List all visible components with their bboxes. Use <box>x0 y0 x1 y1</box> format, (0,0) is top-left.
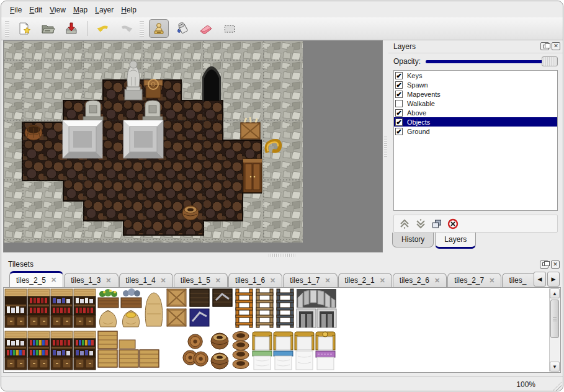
layer-label: Ground <box>407 128 430 135</box>
stamp-tool-button[interactable] <box>149 19 169 38</box>
layer-row-above[interactable]: ✔Above <box>394 108 557 117</box>
opacity-row: Opacity: <box>388 53 563 69</box>
resize-grip[interactable] <box>550 380 562 391</box>
duplicate-layer-button[interactable] <box>429 216 445 231</box>
menu-bar: File Edit View Map Layer Help <box>1 1 563 17</box>
menu-edit[interactable]: Edit <box>25 4 46 16</box>
arrow-left-icon: ◀ <box>538 276 542 282</box>
tileset-canvas[interactable] <box>4 288 339 371</box>
eraser-tool-button[interactable] <box>196 19 216 38</box>
map-canvas[interactable] <box>4 41 303 243</box>
save-button[interactable] <box>61 19 81 38</box>
scroll-up-button[interactable]: ▲ <box>550 288 560 298</box>
tab-close-icon[interactable]: ✕ <box>105 277 111 285</box>
fill-tool-button[interactable] <box>172 19 192 38</box>
layer-list: ✔Keys ✔Spawn ✔Mapevents Walkable ✔Above … <box>393 70 558 211</box>
app-window: File Edit View Map Layer Help <box>1 1 563 391</box>
opacity-slider-track[interactable] <box>426 60 557 63</box>
layer-checkbox[interactable]: ✔ <box>395 91 403 98</box>
tileset-scrollbar[interactable]: ▲ ▼ <box>549 288 560 372</box>
layer-row-keys[interactable]: ✔Keys <box>394 71 557 80</box>
layer-row-spawn[interactable]: ✔Spawn <box>394 80 557 89</box>
delete-layer-button[interactable] <box>445 216 461 231</box>
tileset-tab-tiles_2_5[interactable]: tiles_2_5✕ <box>9 271 63 287</box>
layer-row-mapevents[interactable]: ✔Mapevents <box>394 89 557 99</box>
opacity-slider[interactable] <box>426 56 558 66</box>
lower-layer-button[interactable] <box>413 216 429 231</box>
menu-map[interactable]: Map <box>69 4 91 16</box>
layer-checkbox[interactable]: ✔ <box>395 118 403 126</box>
save-icon <box>64 21 79 36</box>
tab-scroll-left-button[interactable]: ◀ <box>534 272 546 287</box>
rect-select-tool-button[interactable] <box>220 19 239 38</box>
status-bar: 100% <box>1 376 563 391</box>
tab-close-icon[interactable]: ✕ <box>51 276 56 284</box>
delete-layer-icon <box>447 218 459 229</box>
tab-close-icon[interactable]: ✕ <box>489 277 495 285</box>
layer-checkbox[interactable] <box>395 100 403 107</box>
wardrobe-object <box>243 159 262 192</box>
opacity-label: Opacity: <box>393 57 421 66</box>
tab-close-icon[interactable]: ✕ <box>161 277 166 285</box>
close-icon: ✕ <box>553 43 558 49</box>
tileset-tab-tiles_1_6[interactable]: tiles_1_6✕ <box>228 273 282 287</box>
tileset-tab-tiles_1_3[interactable]: tiles_1_3✕ <box>64 273 118 287</box>
tab-close-icon[interactable]: ✕ <box>215 277 221 285</box>
undo-button[interactable] <box>93 19 113 38</box>
tileset-tab-tiles_1_7[interactable]: tiles_1_7✕ <box>283 273 337 287</box>
tab-close-icon[interactable]: ✕ <box>270 277 275 285</box>
stamp-tool-icon <box>151 21 166 36</box>
horizontal-splitter[interactable] <box>1 252 563 258</box>
close-panel-button[interactable]: ✕ <box>551 261 560 269</box>
layer-checkbox[interactable]: ✔ <box>395 72 403 79</box>
float-panel-button[interactable] <box>540 42 549 50</box>
tileset-tab-truncated[interactable]: tiles_ <box>502 273 535 287</box>
toolbar-grip[interactable] <box>5 20 9 37</box>
tileset-tab-tiles_2_7[interactable]: tiles_2_7✕ <box>447 273 501 287</box>
float-panel-button[interactable] <box>540 261 548 269</box>
layer-label: Keys <box>407 72 422 79</box>
arrow-right-icon: ▶ <box>552 276 556 282</box>
open-file-button[interactable] <box>38 19 58 38</box>
raise-layer-button[interactable] <box>396 216 413 231</box>
panel-tabs: History Layers <box>388 233 563 252</box>
tileset-tab-tiles_1_4[interactable]: tiles_1_4✕ <box>119 273 173 287</box>
tileset-tab-tiles_2_1[interactable]: tiles_2_1✕ <box>338 273 392 287</box>
duplicate-layer-icon <box>431 218 442 229</box>
float-icon <box>543 45 547 48</box>
layer-row-objects[interactable]: ✔Objects <box>394 117 557 127</box>
layer-checkbox[interactable]: ✔ <box>395 109 403 117</box>
redo-button[interactable] <box>117 19 137 38</box>
tab-layers[interactable]: Layers <box>435 233 476 249</box>
menu-file[interactable]: File <box>6 4 25 16</box>
layer-checkbox[interactable]: ✔ <box>395 81 403 89</box>
layer-row-walkable[interactable]: Walkable <box>394 99 557 108</box>
tileset-tab-tiles_2_6[interactable]: tiles_2_6✕ <box>393 273 447 287</box>
layers-panel-title: Layers <box>393 42 538 51</box>
layer-label: Spawn <box>407 81 428 89</box>
new-file-button[interactable] <box>14 19 34 38</box>
toolbar-grip[interactable] <box>140 20 144 37</box>
menu-help[interactable]: Help <box>117 4 140 16</box>
tilesets-panel-title: Tilesets <box>8 260 537 269</box>
layer-row-ground[interactable]: ✔Ground <box>394 127 557 136</box>
menu-layer[interactable]: Layer <box>91 4 117 16</box>
scrollbar-thumb[interactable] <box>550 300 559 338</box>
menu-view[interactable]: View <box>46 4 69 16</box>
layer-label: Mapevents <box>407 91 441 98</box>
tab-history[interactable]: History <box>392 233 434 247</box>
tab-close-icon[interactable]: ✕ <box>434 277 440 285</box>
map-viewport[interactable] <box>3 40 383 252</box>
tab-close-icon[interactable]: ✕ <box>325 277 330 285</box>
tomb-object <box>123 120 163 158</box>
close-panel-button[interactable]: ✕ <box>552 42 560 50</box>
tileset-tab-tiles_1_5[interactable]: tiles_1_5✕ <box>174 273 228 287</box>
scroll-down-button[interactable]: ▼ <box>550 362 560 372</box>
arrow-down-icon: ▼ <box>552 364 557 370</box>
tab-scroll-right-button[interactable]: ▶ <box>547 272 560 287</box>
vertical-splitter[interactable] <box>383 40 388 252</box>
layer-checkbox[interactable]: ✔ <box>395 128 403 135</box>
opacity-slider-handle[interactable] <box>542 56 558 66</box>
tab-close-icon[interactable]: ✕ <box>380 277 385 285</box>
table-object <box>144 79 163 98</box>
